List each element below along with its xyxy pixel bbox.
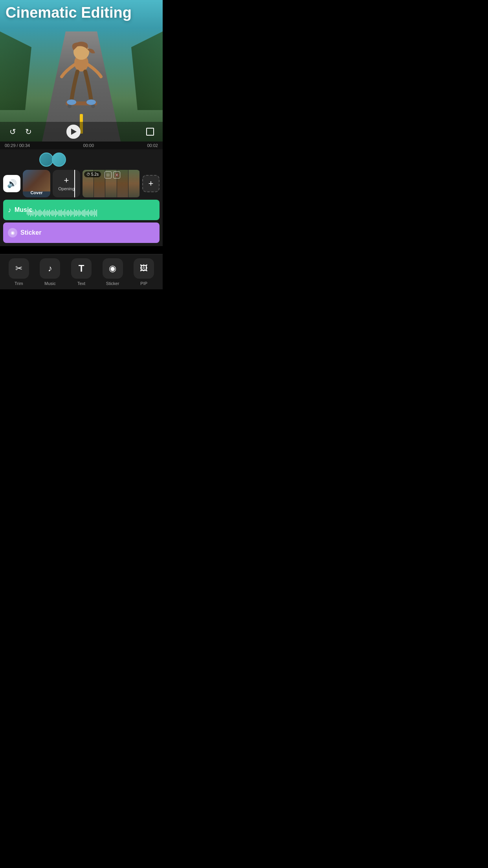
playback-bar: ↺ ↻ xyxy=(0,122,163,142)
skater-figure xyxy=(58,39,105,118)
play-icon xyxy=(71,129,77,135)
music-track-label: Music xyxy=(15,206,32,213)
add-clip-button[interactable]: + xyxy=(142,175,160,192)
fullscreen-button[interactable] xyxy=(144,125,156,138)
text-label: Text xyxy=(77,281,85,286)
clock-icon: ⏱ xyxy=(86,172,90,177)
audio-icon: 🔊 xyxy=(7,179,17,188)
pip-tool[interactable]: 🖼 PIP xyxy=(131,258,156,286)
clip-track[interactable]: ⏱ 5.2s ⊡ 🔇 xyxy=(83,170,140,197)
track-items: 🔊 Cover + Opening ⏱ 5.2s ⊡ 🔇 xyxy=(0,170,163,197)
sticker-tool-icon: ◉ xyxy=(109,263,116,274)
music-icon: ♪ xyxy=(48,263,52,274)
clip-controls: ⊡ 🔇 xyxy=(105,171,120,178)
pip-icon-bg: 🖼 xyxy=(134,258,154,279)
text-icon: T xyxy=(79,263,84,274)
svg-point-6 xyxy=(86,99,96,105)
sticker-label: Sticker xyxy=(106,281,119,286)
sticker-tool[interactable]: ◉ Sticker xyxy=(100,258,125,286)
app: Cinematic Editing xyxy=(0,0,163,289)
music-label: Music xyxy=(44,281,56,286)
video-preview: Cinematic Editing xyxy=(0,0,163,142)
audio-toggle-button[interactable]: 🔊 xyxy=(3,175,20,192)
clip-trim-icon[interactable]: ⊡ xyxy=(105,171,112,178)
audio-bubble-1 xyxy=(39,153,53,167)
trim-icon: ✂ xyxy=(15,263,22,274)
trim-tool[interactable]: ✂ Trim xyxy=(6,258,31,286)
timeline-area: 🔊 Cover + Opening ⏱ 5.2s ⊡ 🔇 xyxy=(0,149,163,246)
bottom-toolbar: ✂ Trim ♪ Music T Text ◉ Sticker 🖼 xyxy=(0,254,163,289)
trim-icon-bg: ✂ xyxy=(9,258,29,279)
sticker-track[interactable]: ◉ Sticker xyxy=(3,223,160,243)
music-tool[interactable]: ♪ Music xyxy=(37,258,62,286)
music-note-icon: ♪ xyxy=(8,206,11,214)
opening-label: Opening xyxy=(58,186,75,191)
pip-label: PIP xyxy=(140,281,147,286)
text-icon-bg: T xyxy=(71,258,92,279)
cover-label: Cover xyxy=(30,190,42,195)
text-tool[interactable]: T Text xyxy=(69,258,94,286)
redo-button[interactable]: ↻ xyxy=(22,125,35,138)
clip-duration-badge: ⏱ 5.2s xyxy=(84,171,101,177)
clip-audio-icon[interactable]: 🔇 xyxy=(113,171,120,178)
clip-duration: 5.2s xyxy=(91,172,99,177)
clip-frame-5 xyxy=(128,170,140,197)
time-current: 00:29 / 00:34 xyxy=(5,143,30,148)
play-button[interactable] xyxy=(66,125,81,139)
music-icon-bg: ♪ xyxy=(40,258,60,279)
music-track[interactable]: ♪ Music xyxy=(3,200,160,220)
time-marker-end: 00:02 xyxy=(147,143,158,148)
undo-button[interactable]: ↺ xyxy=(6,125,19,138)
plus-icon: + xyxy=(64,176,69,185)
sticker-track-label: Sticker xyxy=(20,229,41,236)
cover-thumbnail xyxy=(23,170,50,191)
audio-bubbles xyxy=(0,153,163,170)
svg-point-5 xyxy=(67,99,76,105)
opening-button[interactable]: + Opening xyxy=(53,170,80,197)
trim-label: Trim xyxy=(15,281,23,286)
time-marker-center: 00:00 xyxy=(83,143,94,148)
cover-button[interactable]: Cover xyxy=(23,170,50,197)
sticker-icon-bg: ◉ xyxy=(103,258,123,279)
sticker-icon: ◉ xyxy=(8,228,17,237)
pip-icon: 🖼 xyxy=(140,264,148,273)
audio-bubble-2 xyxy=(52,153,66,167)
app-title: Cinematic Editing xyxy=(6,5,132,21)
fullscreen-icon xyxy=(146,128,154,136)
music-waveform xyxy=(27,209,155,217)
time-bar: 00:29 / 00:34 00:00 00:02 xyxy=(0,142,163,149)
